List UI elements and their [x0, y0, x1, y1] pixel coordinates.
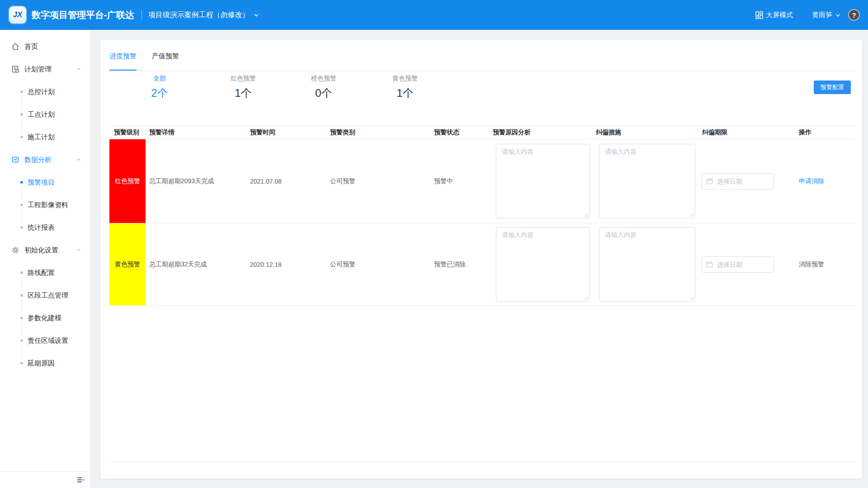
bullet-icon: [20, 362, 23, 365]
sidebar-collapse-icon[interactable]: [77, 477, 84, 483]
sidebar-item-statistics-report[interactable]: 统计报表: [0, 216, 90, 239]
sidebar-group-plan[interactable]: 计划管理: [0, 58, 90, 81]
stat-red-warning[interactable]: 红色预警 1个: [216, 75, 270, 100]
sidebar-item-home[interactable]: 首页: [0, 35, 90, 58]
column-header: 预警原因分析: [489, 128, 592, 137]
reason-analysis-textarea[interactable]: [496, 144, 590, 218]
tab-progress-warning[interactable]: 进度预警: [109, 52, 137, 71]
bullet-icon: [20, 136, 23, 138]
chart-icon: [11, 156, 19, 164]
sidebar-item-label: 区段工点管理: [28, 291, 68, 300]
stat-label: 红色预警: [216, 75, 270, 83]
sidebar-group-label: 数据分析: [24, 156, 52, 164]
warning-time: 2021.07.08: [246, 139, 326, 223]
sidebar-item-parametric-modeling[interactable]: 参数化建模: [0, 307, 90, 329]
bullet-icon: [20, 90, 23, 93]
column-header: 预警类别: [326, 128, 430, 137]
user-menu[interactable]: 黄雨笋: [812, 11, 841, 19]
chevron-down-icon: [253, 12, 259, 18]
warning-detail: 总工期超期32天完成: [146, 223, 246, 305]
corrective-measure-textarea[interactable]: [599, 227, 695, 302]
table-row: 红色预警 总工期超期2093天完成 2021.07.08 公司预警 预警中: [109, 139, 855, 223]
column-header: 预警时间: [246, 128, 326, 137]
sidebar-item-delay-reason[interactable]: 延期原因: [0, 352, 90, 374]
stats-row: 全部 2个 红色预警 1个 橙色预警 0个 黄色预警 1个 预警配置: [109, 71, 855, 109]
sidebar-item-label: 总控计划: [28, 88, 55, 96]
sidebar-group-init-settings[interactable]: 初始化设置: [0, 239, 90, 261]
sidebar-item-label: 施工计划: [28, 133, 55, 142]
header-divider: [142, 10, 142, 20]
bullet-icon: [20, 181, 23, 184]
sidebar-group-data-analysis[interactable]: 数据分析: [0, 148, 90, 171]
corrective-measure-textarea[interactable]: [599, 144, 695, 218]
warning-table: 预警级别 预警详情 预警时间 预警类别 预警状态 预警原因分析 纠偏措施 纠偏期…: [109, 125, 855, 306]
sidebar: 首页 计划管理 总控计划 工点计划 施工计划: [0, 30, 91, 488]
warning-category: 公司预警: [326, 223, 430, 305]
card-bottom-divider: [109, 461, 855, 462]
warning-category: 公司预警: [326, 139, 430, 223]
sidebar-item-section-worksite-mgmt[interactable]: 区段工点管理: [0, 284, 90, 307]
tab-bar: 进度预警 产值预警: [109, 52, 855, 71]
big-screen-mode-label: 大屏模式: [766, 11, 793, 19]
reason-analysis-cell: [489, 223, 592, 305]
corrective-measure-cell: [592, 139, 698, 223]
warning-config-button[interactable]: 预警配置: [814, 81, 851, 94]
chevron-up-icon: [76, 247, 81, 253]
bullet-icon: [20, 204, 23, 206]
stat-all[interactable]: 全部 2个: [132, 75, 187, 100]
username: 黄雨笋: [812, 11, 832, 19]
reason-analysis-textarea[interactable]: [496, 227, 590, 302]
sidebar-item-construction-plan[interactable]: 施工计划: [0, 126, 90, 148]
deadline-date-input[interactable]: [702, 173, 774, 190]
help-icon[interactable]: ?: [848, 9, 860, 21]
sidebar-item-project-imagery[interactable]: 工程影像资料: [0, 194, 90, 216]
home-icon: [11, 43, 19, 51]
sidebar-item-responsibility-area[interactable]: 责任区域设置: [0, 329, 90, 352]
column-header: 操作: [789, 128, 855, 137]
bullet-icon: [20, 294, 23, 297]
warning-level-badge: 红色预警: [109, 139, 146, 223]
table-header-row: 预警级别 预警详情 预警时间 预警类别 预警状态 预警原因分析 纠偏措施 纠偏期…: [109, 125, 855, 139]
sidebar-item-worksite-plan[interactable]: 工点计划: [0, 103, 90, 126]
correction-deadline-cell: [698, 223, 789, 305]
project-selector[interactable]: 项目级演示案例工程（勿修改）: [148, 10, 259, 20]
sidebar-item-label: 延期原因: [28, 359, 55, 368]
warning-time: 2020.12.18: [246, 223, 326, 305]
apply-clear-warning-link[interactable]: 申请消除: [799, 177, 824, 185]
sidebar-footer: [0, 471, 90, 488]
column-header: 纠偏措施: [592, 128, 698, 137]
table-row: 黄色预警 总工期超期32天完成 2020.12.18 公司预警 预警已消除: [109, 223, 855, 306]
sidebar-group-label: 计划管理: [24, 65, 52, 74]
stat-label: 全部: [132, 75, 187, 83]
grid-icon: [755, 11, 763, 19]
stat-label: 橙色预警: [297, 75, 351, 83]
sidebar-item-route-config[interactable]: 路线配置: [0, 261, 90, 284]
project-selector-label: 项目级演示案例工程（勿修改）: [148, 10, 250, 20]
bullet-icon: [20, 317, 23, 319]
warning-card: 进度预警 产值预警 全部 2个 红色预警 1个 橙色预警 0个 黄色预警: [100, 40, 862, 479]
sidebar-nav: 首页 计划管理 总控计划 工点计划 施工计划: [0, 30, 90, 374]
sidebar-item-label: 责任区域设置: [28, 336, 68, 345]
app-title: 数字项目管理平台-广联达: [32, 9, 134, 21]
big-screen-mode-button[interactable]: 大屏模式: [755, 11, 793, 19]
warning-status: 预警已消除: [430, 223, 489, 305]
stat-value: 1个: [216, 86, 270, 100]
tab-output-warning[interactable]: 产值预警: [152, 52, 179, 71]
clear-warning-link[interactable]: 消除预警: [799, 261, 824, 269]
app-logo: JX: [9, 6, 26, 24]
sidebar-item-warning-projects[interactable]: 预警项目: [0, 171, 90, 194]
main-content: 进度预警 产值预警 全部 2个 红色预警 1个 橙色预警 0个 黄色预警: [91, 30, 868, 488]
sidebar-item-master-plan[interactable]: 总控计划: [0, 81, 90, 103]
stat-value: 1个: [378, 86, 432, 100]
sidebar-item-label: 预警项目: [28, 178, 55, 187]
warning-detail: 总工期超期2093天完成: [146, 139, 246, 223]
bullet-icon: [20, 271, 23, 274]
stat-yellow-warning[interactable]: 黄色预警 1个: [378, 75, 432, 100]
column-header: 纠偏期限: [698, 128, 789, 137]
bullet-icon: [20, 339, 23, 342]
app-logo-text: JX: [13, 10, 23, 19]
bullet-icon: [20, 226, 23, 229]
stat-orange-warning[interactable]: 橙色预警 0个: [297, 75, 351, 100]
column-header: 预警状态: [430, 128, 489, 137]
deadline-date-input[interactable]: [702, 256, 774, 273]
